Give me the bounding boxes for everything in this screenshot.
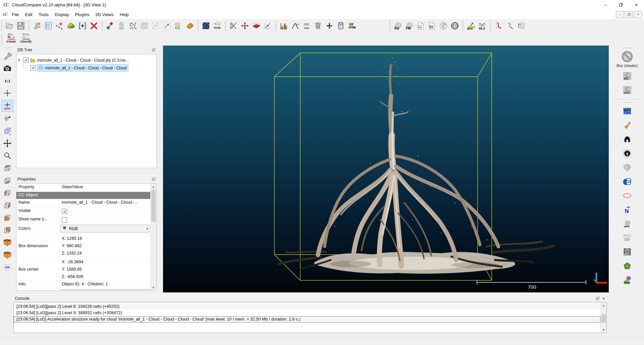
scroll-up-icon[interactable]: ▲ xyxy=(601,302,606,308)
no-blur-icon[interactable] xyxy=(620,50,635,63)
shield-icon[interactable] xyxy=(620,161,635,174)
console-close-button[interactable]: ✕ xyxy=(601,296,607,301)
texture-checker-icon[interactable] xyxy=(200,20,212,31)
restore-button[interactable] xyxy=(613,0,629,10)
auto-center-icon[interactable]: auto xyxy=(1,100,13,112)
expand-arrow-icon[interactable]: ▼ xyxy=(16,59,22,62)
level-tool-icon[interactable] xyxy=(262,20,273,31)
delete-sf-icon[interactable] xyxy=(312,20,324,31)
properties-list-icon[interactable] xyxy=(43,20,54,31)
tree-row-cloud[interactable]: iriomote_all_1 - Cloud - Cloud - Cloud -… xyxy=(16,64,156,72)
cloud-visibility-checkbox[interactable] xyxy=(30,65,36,71)
db-tree-float-button[interactable] xyxy=(151,47,157,53)
fine-registration-icon[interactable] xyxy=(116,20,127,31)
tools-wrench-icon[interactable] xyxy=(2,50,13,62)
sphere-slices-icon[interactable] xyxy=(438,20,449,31)
density-icon[interactable] xyxy=(139,20,150,31)
subsample-icon[interactable] xyxy=(127,20,139,31)
menu-tools[interactable]: Tools xyxy=(36,11,52,18)
viewport-3d[interactable]: 700 xyxy=(163,46,609,292)
rotate-view-icon[interactable] xyxy=(2,113,13,124)
minmax-filter-icon[interactable]: minmax xyxy=(301,20,312,31)
histogram-icon[interactable] xyxy=(278,20,289,31)
kd-tree-icon[interactable]: Kd xyxy=(392,20,404,31)
properties-scrollbar[interactable]: ▲ ▼ xyxy=(150,184,156,290)
translate-rotate-icon[interactable] xyxy=(239,20,251,31)
root-visibility-checkbox[interactable] xyxy=(23,58,29,63)
globe-icon[interactable] xyxy=(449,20,461,31)
show-sf-icon[interactable]: SF xyxy=(346,20,358,31)
curvature-red-icon[interactable] xyxy=(493,20,504,31)
console-float-button[interactable] xyxy=(595,296,601,301)
current-display-combobox[interactable]: 3D View 1 ▾ xyxy=(60,289,150,290)
scroll-up-icon[interactable]: ▲ xyxy=(151,184,156,189)
menu-3d-views[interactable]: 3D Views xyxy=(92,11,117,18)
pan-icon[interactable] xyxy=(2,138,13,149)
segment-scissors-icon[interactable] xyxy=(228,20,239,31)
console-scrollbar[interactable]: ▲ ▼ xyxy=(600,302,606,333)
sf-plugin-icon[interactable]: SF xyxy=(620,175,635,188)
ellipse-icon[interactable] xyxy=(620,189,635,202)
minimize-button[interactable]: ─ xyxy=(598,0,613,10)
zoom-1-1-icon[interactable]: 1:1 xyxy=(2,75,13,86)
normals-arrow-icon[interactable]: N xyxy=(620,203,635,216)
iso-cube-icon[interactable] xyxy=(2,125,13,137)
film-icon[interactable] xyxy=(620,105,635,118)
compass-icon[interactable] xyxy=(620,147,635,160)
magnifier-icon[interactable] xyxy=(2,150,13,161)
delete-icon[interactable] xyxy=(88,20,100,31)
menu-plugins[interactable]: Plugins xyxy=(72,11,93,18)
pcv-icon[interactable]: PCV xyxy=(620,245,635,259)
mdi-minimize-button[interactable]: ─ xyxy=(616,11,624,18)
resample-icon[interactable] xyxy=(161,20,173,31)
sor-filter-icon[interactable]: SOR xyxy=(212,20,223,31)
compute-octree-icon[interactable] xyxy=(65,20,77,31)
gaussian-filter-icon[interactable]: μ,σ xyxy=(289,20,301,31)
normals-curvature-icon[interactable]: N+C xyxy=(465,20,477,31)
curvature-points-icon[interactable] xyxy=(504,20,516,31)
point-list-picking-icon[interactable] xyxy=(54,20,65,31)
menu-help[interactable]: Help xyxy=(117,11,132,18)
scroll-down-icon[interactable]: ▼ xyxy=(601,327,606,333)
ransac-icon[interactable]: RSD xyxy=(620,273,635,287)
menu-file[interactable]: File xyxy=(9,11,22,18)
edl-icon[interactable]: EDL xyxy=(620,69,635,83)
view-top-icon[interactable] xyxy=(2,162,13,174)
m3c2-icon[interactable]: M3C2 xyxy=(620,231,635,245)
canupo-create-button[interactable]: CANUPO Create xyxy=(4,32,18,45)
mls-smoothing-icon[interactable]: MLS xyxy=(477,20,488,31)
cloud-mesh-distance-icon[interactable] xyxy=(184,20,196,31)
noise-filter-icon[interactable] xyxy=(150,20,161,31)
view-front-face-icon[interactable] xyxy=(2,212,13,223)
helmet-icon[interactable] xyxy=(620,133,635,146)
broom-icon[interactable] xyxy=(620,119,635,132)
unroll-icon[interactable] xyxy=(516,20,527,31)
scrollbar-thumb[interactable] xyxy=(151,190,156,222)
visible-checkbox[interactable] xyxy=(62,209,67,214)
menu-display[interactable]: Display xyxy=(52,11,72,18)
point-pair-align-icon[interactable] xyxy=(104,20,116,31)
pick-rotation-center-icon[interactable] xyxy=(31,20,43,31)
menu-edit[interactable]: Edit xyxy=(22,11,35,18)
view-bottom-icon[interactable] xyxy=(2,175,13,186)
hpr-icon[interactable]: HPR xyxy=(620,217,635,230)
mdi-restore-button[interactable] xyxy=(625,11,633,18)
stereo-icon[interactable] xyxy=(2,262,13,273)
view-left-icon[interactable] xyxy=(2,187,13,199)
view-right-icon[interactable] xyxy=(2,200,13,211)
facets-icon[interactable]: FM xyxy=(404,20,415,31)
canupo-classify-button[interactable]: CANUPO Classify xyxy=(18,32,33,45)
front-view-button[interactable]: FRONT xyxy=(2,237,13,248)
shp-export-icon[interactable]: SHP xyxy=(415,20,426,31)
view-back-face-icon[interactable] xyxy=(2,224,13,236)
scrollbar-thumb[interactable] xyxy=(601,314,606,323)
show-name-checkbox[interactable] xyxy=(62,217,67,222)
poisson-icon[interactable] xyxy=(620,259,635,273)
cross-section-icon[interactable] xyxy=(251,20,262,31)
save-icon[interactable] xyxy=(15,20,26,31)
clone-icon[interactable] xyxy=(77,20,88,31)
sf-arithmetic-icon[interactable] xyxy=(335,20,346,31)
ssao-icon[interactable]: SSAO xyxy=(620,83,635,97)
colors-combobox[interactable]: RGB ▾ xyxy=(60,225,150,232)
scroll-down-icon[interactable]: ▼ xyxy=(151,285,156,290)
